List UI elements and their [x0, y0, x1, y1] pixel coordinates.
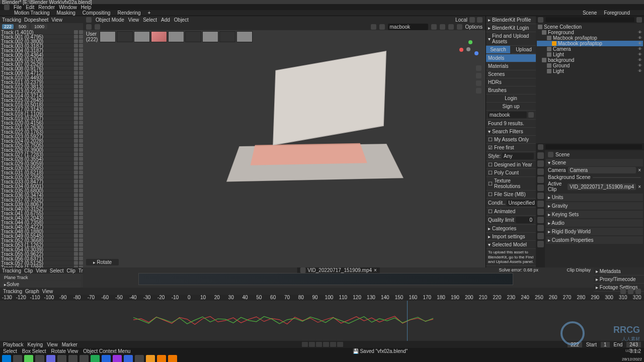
- activeclip-field[interactable]: VID_20220717_151909.mp4: [568, 184, 636, 190]
- outliner-item[interactable]: Foreground👁: [537, 30, 643, 35]
- snap-icon[interactable]: [469, 17, 475, 23]
- vp-object-menu[interactable]: Object: [174, 17, 189, 23]
- next-key-icon[interactable]: [330, 342, 336, 347]
- viewlayer-dropdown[interactable]: Foreground: [604, 10, 630, 16]
- vp-select-menu[interactable]: Select: [143, 17, 157, 23]
- editor-type-icon[interactable]: [86, 17, 92, 23]
- task-icon[interactable]: [157, 355, 166, 362]
- tl-marker[interactable]: Marker: [62, 342, 77, 347]
- outliner-item[interactable]: Camera👁: [537, 46, 643, 52]
- pan-icon[interactable]: [476, 73, 481, 78]
- clip-name[interactable]: VID_20220717_151909.mp4: [307, 267, 372, 273]
- search-icon[interactable]: [528, 112, 534, 118]
- start-frame-field[interactable]: 1: [601, 342, 610, 347]
- tab-material-icon[interactable]: [537, 241, 544, 247]
- jump-end-icon[interactable]: [337, 342, 343, 347]
- tl-view[interactable]: View: [47, 342, 58, 347]
- zoom-icon[interactable]: [476, 65, 481, 71]
- last-operator-panel[interactable]: ▸ Rotate: [86, 259, 119, 265]
- bk-search-tab[interactable]: Search: [486, 46, 510, 54]
- bk-texres[interactable]: ☐ Texture Resolutions: [486, 177, 536, 191]
- jump-start-icon[interactable]: [302, 342, 308, 347]
- bk-free-first[interactable]: ☑ Free first: [486, 144, 536, 152]
- bk-login-btn[interactable]: Login: [486, 95, 536, 103]
- task-icon[interactable]: [124, 355, 133, 362]
- prev-key-icon[interactable]: [309, 342, 315, 347]
- clear-icon[interactable]: ×: [638, 184, 641, 190]
- menu-window[interactable]: Window: [59, 5, 77, 10]
- outliner-search[interactable]: [545, 17, 634, 22]
- bk-cat-brushes[interactable]: Brushes: [486, 86, 536, 95]
- play-rev-icon[interactable]: [316, 342, 322, 347]
- vp-add-menu[interactable]: Add: [161, 17, 170, 23]
- clip-close-icon[interactable]: ×: [374, 267, 377, 273]
- tl-keying[interactable]: Keying: [28, 342, 43, 347]
- tab-masking[interactable]: Masking: [57, 10, 75, 16]
- task-icon[interactable]: [13, 355, 22, 362]
- props-search[interactable]: [545, 144, 642, 149]
- bk-signup-btn[interactable]: Sign up: [486, 103, 536, 111]
- bk-condition-dropdown[interactable]: Unspecified: [507, 200, 536, 206]
- outliner-type-icon[interactable]: [538, 17, 543, 23]
- tab-render-icon[interactable]: [537, 152, 544, 159]
- tab-data-icon[interactable]: [537, 233, 544, 239]
- clip-display[interactable]: Clip Display: [567, 267, 591, 273]
- prop-section[interactable]: ▸ Keying Sets: [546, 211, 643, 218]
- task-icon[interactable]: [168, 355, 177, 362]
- clock[interactable]: 28/12/2022: [622, 357, 642, 361]
- shading-wire-icon[interactable]: [431, 24, 437, 30]
- frame-ruler[interactable]: -130-120-110-100-90-80-70-60-50-40-30-20…: [0, 295, 644, 301]
- prop-section[interactable]: ▸ Gravity: [546, 202, 643, 210]
- bk-find-upload[interactable]: ▾ Find and Upload Assets: [486, 32, 536, 46]
- current-frame-field[interactable]: 222: [568, 342, 582, 347]
- clip-metadata[interactable]: ▸ Metadata: [594, 267, 644, 276]
- clip-sub[interactable]: Clip: [24, 268, 33, 274]
- clip-mode[interactable]: Tracking: [2, 17, 21, 23]
- tab-modifiers-icon[interactable]: [537, 201, 544, 207]
- graph-view-menu[interactable]: View: [42, 289, 53, 294]
- cursor-tool-icon[interactable]: [86, 24, 92, 30]
- graph-lock-icon[interactable]: [620, 289, 626, 294]
- bk-profile[interactable]: ▸ BlenderKit Profile: [486, 16, 536, 24]
- task-icon[interactable]: [135, 355, 144, 362]
- prop-section[interactable]: ▸ Audio: [546, 219, 643, 227]
- object-mode-dropdown[interactable]: Object Mode: [96, 17, 124, 23]
- perspective-icon[interactable]: [476, 88, 481, 94]
- frame-mid[interactable]: 500: [16, 24, 29, 29]
- tl-playback[interactable]: Playback: [3, 342, 24, 347]
- tab-compositing[interactable]: Compositing: [83, 10, 111, 16]
- select-tool-icon[interactable]: [95, 24, 100, 30]
- clip-proxy[interactable]: ▸ Proxy/Timecode: [594, 276, 644, 284]
- bk-search-field[interactable]: macbook: [488, 112, 527, 118]
- shading-solid-icon[interactable]: [440, 24, 445, 30]
- task-icon[interactable]: [57, 355, 66, 362]
- blenderkit-search-input[interactable]: macbook: [388, 24, 428, 30]
- scene-section[interactable]: ▾ Scene: [546, 159, 643, 166]
- clip-clip-menu[interactable]: Clip: [67, 268, 75, 274]
- prop-section[interactable]: ▸ Units: [546, 194, 643, 201]
- bk-cat-materials[interactable]: Materials: [486, 62, 536, 70]
- clip-mode[interactable]: Tracking: [2, 268, 21, 274]
- bk-style-dropdown[interactable]: Any: [502, 153, 534, 159]
- task-icon[interactable]: [91, 355, 100, 362]
- outliner-item[interactable]: Ground👁: [537, 63, 643, 68]
- tab-viewlayer-icon[interactable]: [537, 168, 544, 175]
- tab-motion-tracking[interactable]: Motion Tracking: [14, 10, 50, 16]
- bk-categories[interactable]: ▸ Categories: [486, 225, 536, 233]
- play-icon[interactable]: [323, 342, 329, 347]
- shading-matprev-icon[interactable]: [448, 24, 454, 30]
- bk-quality-value[interactable]: 0: [516, 217, 534, 223]
- tab-add[interactable]: +: [148, 10, 151, 16]
- outliner-item[interactable]: background👁: [537, 57, 643, 63]
- bk-my-assets[interactable]: ☐ My Assets Only: [486, 136, 536, 144]
- proportional-edit-icon[interactable]: [477, 17, 482, 23]
- tab-physics-icon[interactable]: [537, 217, 544, 223]
- tab-constraints-icon[interactable]: [537, 225, 544, 231]
- model-keyboard[interactable]: [251, 143, 367, 165]
- outliner-root[interactable]: Scene Collection: [537, 24, 643, 30]
- bk-animated[interactable]: ☐ Animated: [486, 208, 536, 216]
- bk-selected-model[interactable]: ▾ Selected Model: [486, 241, 536, 249]
- outliner-item[interactable]: Light👁: [537, 52, 643, 57]
- viewport-canvas[interactable]: [83, 30, 486, 267]
- clip-view-menu[interactable]: View: [36, 268, 47, 274]
